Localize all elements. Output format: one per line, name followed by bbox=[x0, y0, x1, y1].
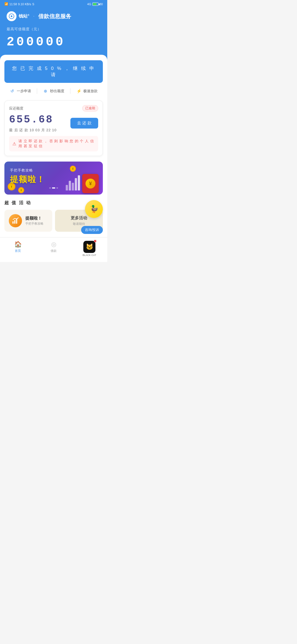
activity-card-more[interactable]: 🦆 更多活动 敬请期待 咨询/投诉 bbox=[55, 210, 103, 232]
activity-more-sub: 敬请期待 bbox=[73, 222, 85, 226]
consult-button[interactable]: 咨询/投诉 bbox=[81, 226, 103, 234]
header-area: 钱站® · 借款信息服务 最高可借额度（元） 200000 bbox=[0, 7, 107, 60]
nav-item-blackcat[interactable]: 🐱 BLACK CAT bbox=[72, 240, 107, 258]
red-envelope-icon: ¥ bbox=[82, 174, 99, 193]
feature-label-quota: 秒出额度 bbox=[50, 89, 64, 94]
warning-text: 请 立 即 还 款 ， 否 则 影 响 您 的 个 人 信 用 甚 至 征 信 bbox=[18, 139, 95, 149]
banner-illustration: ¥ bbox=[64, 162, 100, 195]
logo-divider: · bbox=[33, 14, 34, 19]
feature-item-fast: ⚡ 极速放款 bbox=[76, 88, 98, 94]
chart-illustration bbox=[66, 175, 80, 190]
battery-icon bbox=[92, 2, 98, 6]
blackcat-icon: 🐱 bbox=[86, 243, 93, 250]
activities-section: 超 值 活 动 提额啦！ 手把手教攻略 bbox=[4, 200, 103, 232]
notification-dot bbox=[94, 240, 96, 242]
status-left: 📶 11:58 9.10 KB/s S bbox=[4, 2, 34, 6]
banner-card[interactable]: ¥ ¥ ¥ 手把手教攻略 提额啦！ bbox=[4, 162, 103, 195]
banner-dot-3 bbox=[56, 187, 58, 189]
svg-rect-1 bbox=[14, 220, 15, 224]
logo-name: 钱站® bbox=[19, 13, 29, 19]
duck-mascot: 🦆 bbox=[85, 200, 103, 218]
feature-label-fast: 极速放款 bbox=[83, 89, 98, 94]
activity-more-title: 更多活动 bbox=[71, 215, 87, 221]
service-name: 借款信息服务 bbox=[38, 13, 71, 20]
nav-item-home[interactable]: 🏠 首页 bbox=[0, 240, 36, 258]
main-content: 您 已 完 成 5 0 % ， 继 续 申 请 ↺ 一步申请 ⊕ 秒出额度 ⚡ … bbox=[0, 55, 107, 237]
feature-item-quota: ⊕ 秒出额度 bbox=[43, 88, 64, 94]
max-amount-value: 200000 bbox=[7, 35, 101, 49]
activity-card-raise[interactable]: 提额啦！ 手把手教攻略 bbox=[4, 210, 52, 232]
repay-card: 应还额度 已逾期 655.68 最 后 还 款 10 03 月 22 10 去 … bbox=[4, 100, 103, 156]
svg-rect-0 bbox=[12, 221, 13, 224]
loan-icon: ◎ bbox=[51, 241, 56, 248]
4g-icon: 4G bbox=[87, 2, 91, 6]
lightning-icon: ⚡ bbox=[76, 88, 82, 94]
banner-dot-1 bbox=[49, 187, 51, 189]
battery-percent: 80 bbox=[100, 2, 103, 6]
repay-amount-row: 655.68 最 后 还 款 10 03 月 22 10 去 还 款 bbox=[9, 114, 98, 133]
bottom-nav: 🏠 首页 ◎ 借款 🐱 BLACK CAT bbox=[0, 237, 107, 262]
banner-section[interactable]: ¥ ¥ ¥ 手把手教攻略 提额啦！ bbox=[4, 162, 103, 195]
repay-amount: 655.68 bbox=[9, 114, 57, 125]
banner-dot-2-active bbox=[52, 187, 55, 189]
logo-icon bbox=[7, 11, 16, 21]
apply-button[interactable]: 您 已 完 成 5 0 % ， 继 续 申 请 bbox=[4, 60, 103, 83]
nav-item-loan[interactable]: ◎ 借款 bbox=[36, 240, 72, 258]
refresh-icon: ↺ bbox=[10, 88, 15, 94]
max-amount-label: 最高可借额度（元） bbox=[7, 27, 101, 32]
kb-speed: 9.10 KB/s bbox=[18, 2, 31, 6]
repay-due-date: 最 后 还 款 10 03 月 22 10 bbox=[9, 128, 57, 133]
feature-label-apply: 一步申请 bbox=[17, 89, 31, 94]
warning-row: ⚠ 请 立 即 还 款 ， 否 则 影 响 您 的 个 人 信 用 甚 至 征 … bbox=[9, 136, 98, 151]
repay-button[interactable]: 去 还 款 bbox=[70, 118, 98, 129]
feature-divider-2 bbox=[70, 88, 70, 94]
logo-row: 钱站® · 借款信息服务 bbox=[7, 11, 101, 21]
home-icon: 🏠 bbox=[14, 241, 22, 248]
feature-divider-1 bbox=[37, 88, 37, 94]
svg-rect-2 bbox=[16, 219, 17, 224]
activities-grid: 提额啦！ 手把手教攻略 🦆 更多活动 敬请期待 咨询/投诉 bbox=[4, 210, 103, 232]
nav-label-blackcat: BLACK CAT bbox=[82, 254, 96, 256]
warning-icon: ⚠ bbox=[12, 141, 16, 146]
blackcat-logo: 🐱 bbox=[83, 241, 95, 253]
status-bar: 📶 11:58 9.10 KB/s S 4G 80 bbox=[0, 0, 107, 7]
status-right: 4G 80 bbox=[87, 2, 103, 6]
feature-item-apply: ↺ 一步申请 bbox=[10, 88, 31, 94]
activity-desc-raise: 手把手教攻略 bbox=[25, 222, 48, 226]
activity-icon-raise bbox=[9, 214, 22, 227]
nav-label-loan: 借款 bbox=[51, 249, 57, 253]
repay-card-header: 应还额度 已逾期 bbox=[9, 105, 98, 111]
activity-info-raise: 提额啦！ 手把手教攻略 bbox=[25, 216, 48, 226]
signal-icon: 📶 bbox=[4, 2, 8, 6]
overdue-badge: 已逾期 bbox=[82, 105, 98, 111]
skype-icon: S bbox=[32, 2, 34, 6]
activity-name-raise: 提额啦！ bbox=[25, 216, 48, 221]
feature-row: ↺ 一步申请 ⊕ 秒出额度 ⚡ 极速放款 bbox=[4, 88, 103, 94]
repay-label: 应还额度 bbox=[9, 106, 23, 111]
nav-label-home: 首页 bbox=[15, 249, 21, 253]
status-time: 11:58 bbox=[9, 2, 17, 6]
shield-icon: ⊕ bbox=[43, 88, 48, 94]
